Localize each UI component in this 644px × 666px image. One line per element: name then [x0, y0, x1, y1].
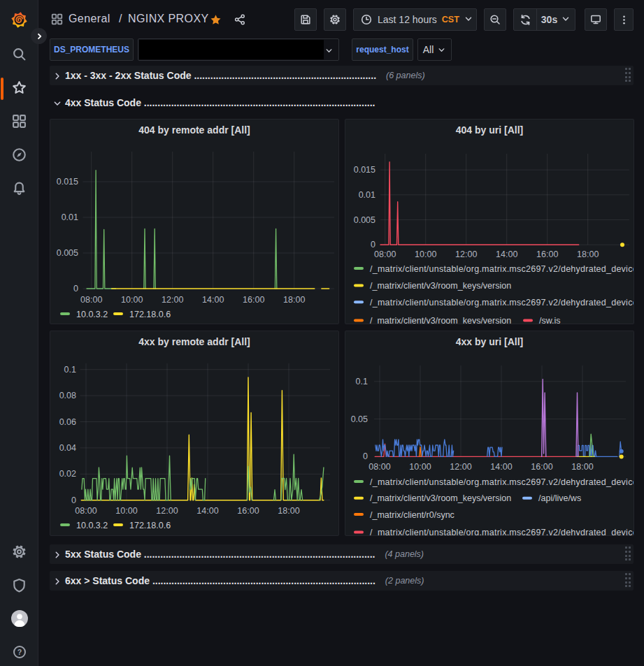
svg-text:14:00: 14:00 — [490, 462, 512, 472]
svg-text:10:00: 10:00 — [409, 462, 431, 472]
svg-text:10:00: 10:00 — [415, 249, 436, 259]
svg-text:12:00: 12:00 — [162, 295, 183, 305]
svg-text:08:00: 08:00 — [80, 295, 102, 305]
svg-text:0.015: 0.015 — [57, 177, 78, 187]
svg-text:0.1: 0.1 — [356, 377, 368, 386]
svg-text:10:00: 10:00 — [121, 295, 143, 305]
svg-text:0.005: 0.005 — [57, 248, 78, 258]
svg-text:/_matrix/client/v3/room_keys/v: /_matrix/client/v3/room_keys/version — [370, 281, 511, 291]
svg-text:10:00: 10:00 — [115, 506, 137, 516]
svg-text:/_matrix/client/v3/room_keys/v: /_matrix/client/v3/room_keys/version — [370, 493, 511, 503]
svg-text:0.1: 0.1 — [64, 365, 76, 375]
svg-text:0.02: 0.02 — [59, 469, 76, 479]
svg-text:/_matrix/client/unstable/org.m: /_matrix/client/unstable/org.matrix.msc2… — [370, 528, 634, 536]
svg-text:18:00: 18:00 — [283, 295, 305, 305]
svg-text:14:00: 14:00 — [496, 249, 517, 259]
svg-text:08:00: 08:00 — [374, 249, 396, 259]
svg-text:/sw.js: /sw.js — [539, 316, 561, 324]
svg-text:/api/live/ws: /api/live/ws — [538, 493, 581, 503]
svg-text:0: 0 — [73, 284, 78, 294]
svg-text:16:00: 16:00 — [243, 295, 264, 305]
svg-text:172.18.0.6: 172.18.0.6 — [129, 521, 171, 530]
svg-text:10.0.3.2: 10.0.3.2 — [76, 310, 108, 319]
svg-text:16:00: 16:00 — [237, 506, 259, 516]
svg-text:08:00: 08:00 — [75, 506, 96, 516]
svg-text:172.18.0.6: 172.18.0.6 — [129, 310, 171, 319]
svg-text:/_matrix/client/unstable/org.m: /_matrix/client/unstable/org.matrix.msc2… — [370, 264, 634, 274]
svg-text:0.005: 0.005 — [354, 215, 375, 225]
svg-text:/_matrix/client/unstable/org.m: /_matrix/client/unstable/org.matrix.msc2… — [370, 298, 634, 307]
svg-text:18:00: 18:00 — [577, 249, 599, 259]
svg-text:12:00: 12:00 — [455, 249, 477, 259]
svg-text:14:00: 14:00 — [196, 506, 218, 516]
svg-text:/_matrix/client/unstable/org.m: /_matrix/client/unstable/org.matrix.msc2… — [370, 477, 634, 487]
svg-text:18:00: 18:00 — [278, 506, 299, 516]
svg-text:14:00: 14:00 — [202, 295, 224, 305]
svg-text:16:00: 16:00 — [531, 462, 552, 472]
svg-text:0.01: 0.01 — [62, 212, 78, 222]
svg-text:18:00: 18:00 — [571, 462, 593, 472]
svg-text:0: 0 — [363, 451, 368, 461]
svg-text:/_matrix/client/r0/sync: /_matrix/client/r0/sync — [370, 510, 455, 520]
svg-text:08:00: 08:00 — [368, 462, 390, 472]
svg-text:/_matrix/client/v3/room_keys/v: /_matrix/client/v3/room_keys/version — [370, 316, 511, 324]
svg-text:16:00: 16:00 — [536, 249, 558, 259]
svg-text:0.05: 0.05 — [351, 414, 368, 424]
svg-text:12:00: 12:00 — [156, 506, 178, 516]
svg-text:0.06: 0.06 — [59, 417, 76, 427]
svg-text:0.01: 0.01 — [359, 190, 375, 200]
svg-text:0.04: 0.04 — [59, 443, 76, 453]
svg-text:0: 0 — [371, 240, 375, 249]
svg-text:0.08: 0.08 — [59, 391, 76, 400]
svg-text:12:00: 12:00 — [450, 462, 471, 472]
svg-text:?: ? — [17, 648, 21, 656]
svg-text:0.015: 0.015 — [354, 165, 375, 175]
svg-text:10.0.3.2: 10.0.3.2 — [76, 521, 108, 530]
svg-text:0: 0 — [71, 495, 76, 505]
